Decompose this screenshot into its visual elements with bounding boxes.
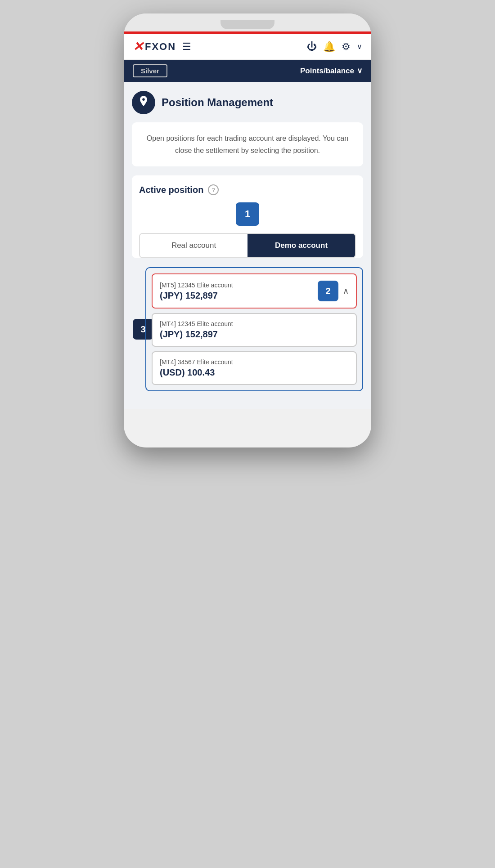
info-text: Open positions for each trading account … xyxy=(147,134,348,154)
power-icon[interactable]: ⏻ xyxy=(307,41,317,53)
badge-2: 2 xyxy=(318,281,338,301)
account-balance-3: (USD) 100.43 xyxy=(160,367,349,378)
hamburger-icon[interactable]: ☰ xyxy=(182,41,191,53)
account-card-3[interactable]: [MT4] 34567 Elite account (USD) 100.43 xyxy=(152,351,357,385)
account-card-1-right: 2 ∧ xyxy=(318,281,349,301)
account-card-1-info: [MT5] 12345 Elite account (JPY) 152,897 xyxy=(160,282,233,301)
chevron-up-icon[interactable]: ∧ xyxy=(343,286,349,296)
points-balance-chevron-icon: ∨ xyxy=(357,66,362,76)
header-chevron-icon[interactable]: ∨ xyxy=(357,42,362,51)
tab-demo-account[interactable]: Demo account xyxy=(248,234,355,257)
phone-notch xyxy=(220,20,274,29)
page-title: Position Management xyxy=(162,96,273,109)
logo-x-icon: ✕ xyxy=(133,39,143,54)
points-balance-label: Points/balance xyxy=(300,67,354,76)
account-balance-1: (JPY) 152,897 xyxy=(160,291,233,301)
header: ✕ FXON ☰ ⏻ 🔔 ⚙ ∨ xyxy=(124,34,371,60)
active-section: Active position ? 1 Real account Demo ac… xyxy=(132,175,363,258)
accounts-container: 3 [MT5] 12345 Elite account (JPY) 152,89… xyxy=(145,267,363,391)
tab-real-account[interactable]: Real account xyxy=(140,234,248,257)
accounts-outer-box: [MT5] 12345 Elite account (JPY) 152,897 … xyxy=(145,267,363,391)
logo: ✕ FXON xyxy=(133,39,176,54)
info-box: Open positions for each trading account … xyxy=(132,122,363,166)
active-position-title: Active position xyxy=(139,185,203,195)
logo-text: FXON xyxy=(145,41,176,53)
account-card-2[interactable]: [MT4] 12345 Elite account (JPY) 152,897 xyxy=(152,313,357,347)
account-balance-2: (JPY) 152,897 xyxy=(160,329,349,340)
points-balance-button[interactable]: Points/balance ∨ xyxy=(300,66,362,76)
account-card-1[interactable]: [MT5] 12345 Elite account (JPY) 152,897 … xyxy=(152,273,357,309)
bell-icon[interactable]: 🔔 xyxy=(323,41,335,53)
tab-switcher: Real account Demo account xyxy=(139,233,356,258)
page-title-row: Position Management xyxy=(132,91,363,114)
gear-icon[interactable]: ⚙ xyxy=(342,41,351,53)
active-section-header: Active position ? xyxy=(139,184,356,195)
badge-1: 1 xyxy=(236,202,259,226)
phone-notch-area xyxy=(124,13,371,31)
silver-bar: Silver Points/balance ∨ xyxy=(124,60,371,82)
page-content: Position Management Open positions for e… xyxy=(124,82,371,409)
account-label-1: [MT5] 12345 Elite account xyxy=(160,282,233,289)
silver-badge: Silver xyxy=(133,64,167,77)
location-icon xyxy=(132,91,155,114)
account-label-3: [MT4] 34567 Elite account xyxy=(160,358,349,366)
account-label-2: [MT4] 12345 Elite account xyxy=(160,320,349,327)
header-right: ⏻ 🔔 ⚙ ∨ xyxy=(307,41,362,53)
help-icon[interactable]: ? xyxy=(208,184,219,195)
phone-frame: ✕ FXON ☰ ⏻ 🔔 ⚙ ∨ Silver Points/balance ∨ xyxy=(124,13,371,447)
logo-area: ✕ FXON ☰ xyxy=(133,39,191,54)
